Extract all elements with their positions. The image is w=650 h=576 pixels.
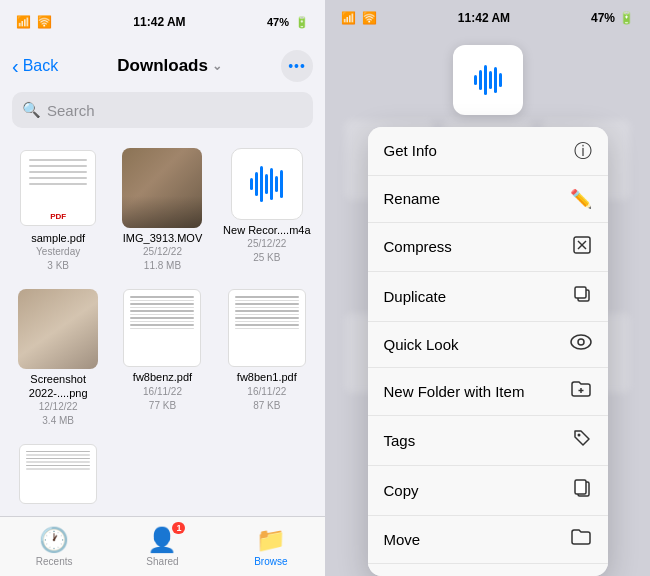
tab-shared[interactable]: 👤 1 Shared (108, 526, 216, 567)
file-meta-date: 16/11/22 (247, 385, 286, 399)
tag-icon (572, 428, 592, 453)
context-menu-item-duplicate[interactable]: Duplicate (368, 272, 608, 322)
context-menu-item-rename[interactable]: Rename ✏️ (368, 176, 608, 223)
wave-bar (484, 65, 487, 95)
menu-item-label: Tags (384, 432, 416, 449)
context-menu-item-copy[interactable]: Copy (368, 466, 608, 516)
status-icons-right: 📶 🛜 (341, 11, 377, 25)
context-menu-item-tags[interactable]: Tags (368, 416, 608, 466)
file-preview-container (453, 37, 523, 115)
file-thumbnail: PDF (18, 148, 98, 228)
list-item[interactable]: Screenshot 2022-....png 12/12/22 3.4 MB (8, 281, 108, 432)
doc-line (26, 468, 90, 470)
signal-icon-right: 📶 (341, 11, 356, 25)
doc-line (130, 300, 194, 302)
doc-line (130, 324, 194, 326)
list-item[interactable]: fw8benz.pdf 16/11/22 77 KB (112, 281, 212, 432)
back-button[interactable]: ‹ Back (12, 55, 58, 78)
file-meta-date: 25/12/22 (143, 245, 182, 259)
chevron-left-icon: ‹ (12, 55, 19, 78)
wave-bar (275, 176, 278, 192)
wave-bar (265, 174, 268, 194)
doc-lines (26, 451, 90, 497)
list-item[interactable] (8, 436, 108, 512)
audio-wave (250, 166, 283, 202)
pdf-line (29, 177, 87, 179)
clock-icon: 🕐 (39, 526, 69, 554)
svg-rect-4 (575, 287, 586, 298)
wave-bar (250, 178, 253, 190)
doc-line (26, 458, 90, 460)
file-name: sample.pdf (31, 232, 85, 245)
browse-icon: 📁 (256, 526, 286, 554)
doc-line (235, 300, 299, 302)
context-menu-item-share[interactable]: Share (368, 564, 608, 576)
battery-container-right: 47% 🔋 (591, 11, 634, 25)
file-thumbnail (18, 289, 98, 369)
context-menu-item-quick-look[interactable]: Quick Look (368, 322, 608, 368)
search-bar[interactable]: 🔍 Search (12, 92, 313, 128)
context-menu: Get Info ⓘ Rename ✏️ Compress Duplicate (368, 127, 608, 576)
doc-line (130, 303, 194, 305)
file-name: New Recor....m4a (223, 224, 310, 237)
doc-line (235, 314, 299, 316)
file-meta-size: 25 KB (253, 251, 280, 265)
context-file-preview (453, 45, 523, 115)
tab-browse-label: Browse (254, 556, 287, 567)
doc-lines (130, 296, 194, 360)
info-icon: ⓘ (574, 139, 592, 163)
doc-line (130, 317, 194, 319)
file-meta-size: 87 KB (253, 399, 280, 413)
doc-line (235, 317, 299, 319)
menu-item-label: Compress (384, 238, 452, 255)
tab-recents[interactable]: 🕐 Recents (0, 526, 108, 567)
wave-bar (479, 70, 482, 90)
list-item[interactable]: New Recor....m4a 25/12/22 25 KB (217, 140, 317, 277)
left-panel: 📶 🛜 11:42 AM 47% 🔋 ‹ Back Downloads ⌄ ••… (0, 0, 325, 576)
status-bar-left: 📶 🛜 11:42 AM 47% 🔋 (0, 0, 325, 44)
doc-line (235, 328, 299, 330)
tab-bar: 🕐 Recents 👤 1 Shared 📁 Browse (0, 516, 325, 576)
file-meta-date: 12/12/22 (39, 400, 78, 414)
doc-line (235, 310, 299, 312)
doc-line (130, 321, 194, 323)
tab-recents-label: Recents (36, 556, 73, 567)
context-menu-item-get-info[interactable]: Get Info ⓘ (368, 127, 608, 176)
doc-line (235, 321, 299, 323)
context-menu-item-new-folder[interactable]: New Folder with Item (368, 368, 608, 416)
pencil-icon: ✏️ (570, 188, 592, 210)
battery-left: 47% (267, 16, 289, 28)
pdf-line (29, 171, 87, 173)
file-thumbnail (122, 148, 202, 228)
list-item[interactable]: PDF sample.pdf Yesterday 3 KB (8, 140, 108, 277)
files-grid: PDF sample.pdf Yesterday 3 KB IMG_3913.M… (0, 136, 325, 516)
doc-line (26, 451, 90, 453)
list-item[interactable]: fw8ben1.pdf 16/11/22 87 KB (217, 281, 317, 432)
more-button[interactable]: ••• (281, 50, 313, 82)
file-name: IMG_3913.MOV (123, 232, 202, 245)
menu-item-label: Move (384, 531, 421, 548)
file-name: Screenshot 2022-....png (12, 373, 104, 399)
list-item[interactable]: IMG_3913.MOV 25/12/22 11.8 MB (112, 140, 212, 277)
eye-icon (570, 334, 592, 355)
context-menu-item-move[interactable]: Move (368, 516, 608, 564)
doc-line (235, 324, 299, 326)
back-label[interactable]: Back (23, 57, 59, 75)
doc-line (130, 310, 194, 312)
more-icon: ••• (288, 58, 306, 74)
status-bar-right: 📶 🛜 11:42 AM 47% 🔋 (325, 0, 650, 37)
file-meta-date: Yesterday (36, 245, 80, 259)
doc-line (130, 328, 194, 330)
menu-item-label: Quick Look (384, 336, 459, 353)
shared-badge: 1 (172, 522, 185, 534)
battery-icon-left: 🔋 (295, 16, 309, 29)
svg-point-5 (571, 335, 591, 349)
context-menu-item-compress[interactable]: Compress (368, 223, 608, 272)
tab-shared-label: Shared (146, 556, 178, 567)
wave-bar (260, 166, 263, 202)
tab-browse[interactable]: 📁 Browse (217, 526, 325, 567)
wave-bar (280, 170, 283, 198)
file-meta-size: 3.4 MB (42, 414, 74, 428)
wave-bar (270, 168, 273, 200)
audio-wave-preview (474, 65, 502, 95)
